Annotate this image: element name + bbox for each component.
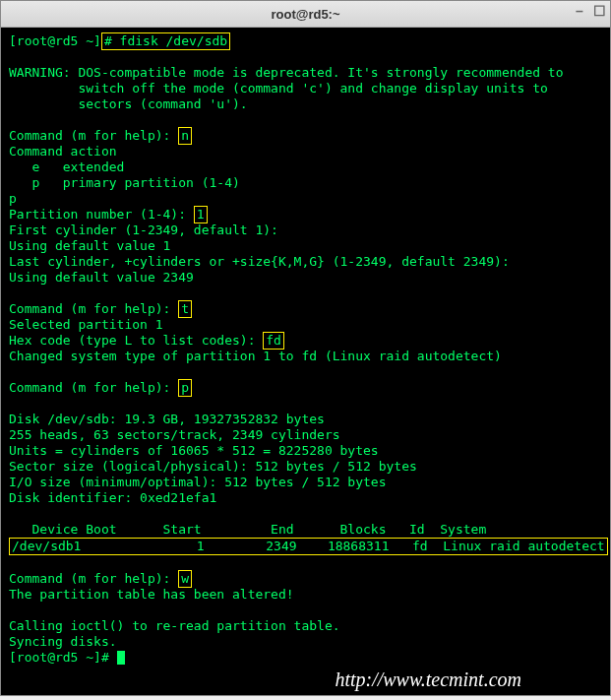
partnum-label: Partition number (1-4): — [9, 207, 194, 222]
action-p: p primary partition (1-4) — [9, 175, 240, 190]
action-e: e extended — [9, 159, 124, 174]
cmd-w-label: Command (m for help): — [9, 571, 178, 586]
cmd-t-input: t — [178, 300, 192, 318]
titlebar: root@rd5:~ – ☐ — [1, 1, 610, 28]
disk-l4: Sector size (logical/physical): 512 byte… — [9, 459, 417, 474]
action-choice: p — [9, 191, 17, 206]
cmd-n-input: n — [178, 127, 192, 145]
hex-label: Hex code (type L to list codes): — [9, 333, 263, 348]
cmd-n-label: Command (m for help): — [9, 128, 178, 143]
hex-input: fd — [263, 332, 284, 350]
warn-l3: sectors (command 'u'). — [9, 96, 248, 111]
window-title: root@rd5:~ — [271, 7, 339, 22]
cursor-block — [117, 651, 125, 665]
cmd-fdisk: # fdisk /dev/sdb — [101, 32, 230, 50]
def1: Using default value 1 — [9, 238, 170, 253]
prompt2: [root@rd5 ~]# — [9, 650, 117, 665]
sync: Syncing disks. — [9, 634, 117, 649]
selpart: Selected partition 1 — [9, 317, 163, 332]
table-hdr: Device Boot Start End Blocks Id System — [9, 522, 486, 537]
maximize-button[interactable]: ☐ — [592, 4, 606, 18]
warn-l2: switch off the mode (command 'c') and ch… — [9, 81, 548, 95]
partnum-input: 1 — [194, 206, 208, 223]
cmd-p-label: Command (m for help): — [9, 380, 178, 395]
cmd-t-label: Command (m for help): — [9, 301, 178, 316]
def2349: Using default value 2349 — [9, 270, 194, 285]
disk-l5: I/O size (minimum/optimal): 512 bytes / … — [9, 475, 387, 489]
terminal-window: root@rd5:~ – ☐ [root@rd5 ~]# fdisk /dev/… — [0, 0, 611, 696]
disk-l6: Disk identifier: 0xed21efa1 — [9, 490, 216, 505]
watermark: http://www.tecmint.com — [335, 671, 521, 687]
firstcyl: First cylinder (1-2349, default 1): — [9, 223, 286, 237]
prompt-prefix: [root@rd5 ~] — [9, 33, 101, 48]
changed: Changed system type of partition 1 to fd… — [9, 349, 502, 363]
cmd-w-input: w — [178, 570, 192, 588]
table-row: /dev/sdb1 1 2349 18868311 fd Linux raid … — [9, 538, 608, 555]
warn-l1: WARNING: DOS-compatible mode is deprecat… — [9, 65, 564, 80]
disk-l1: Disk /dev/sdb: 19.3 GB, 19327352832 byte… — [9, 412, 325, 426]
minimize-button[interactable]: – — [573, 4, 586, 18]
disk-l3: Units = cylinders of 16065 * 512 = 82252… — [9, 443, 379, 458]
altered: The partition table has been altered! — [9, 587, 294, 602]
ioctl: Calling ioctl() to re-read partition tab… — [9, 618, 340, 633]
lastcyl: Last cylinder, +cylinders or +size{K,M,G… — [9, 254, 518, 269]
window-controls: – ☐ — [573, 4, 606, 18]
cmd-p-input: p — [178, 379, 192, 397]
terminal-body[interactable]: [root@rd5 ~]# fdisk /dev/sdb WARNING: DO… — [1, 28, 610, 695]
action-hdr: Command action — [9, 144, 117, 159]
disk-l2: 255 heads, 63 sectors/track, 2349 cylind… — [9, 427, 340, 442]
